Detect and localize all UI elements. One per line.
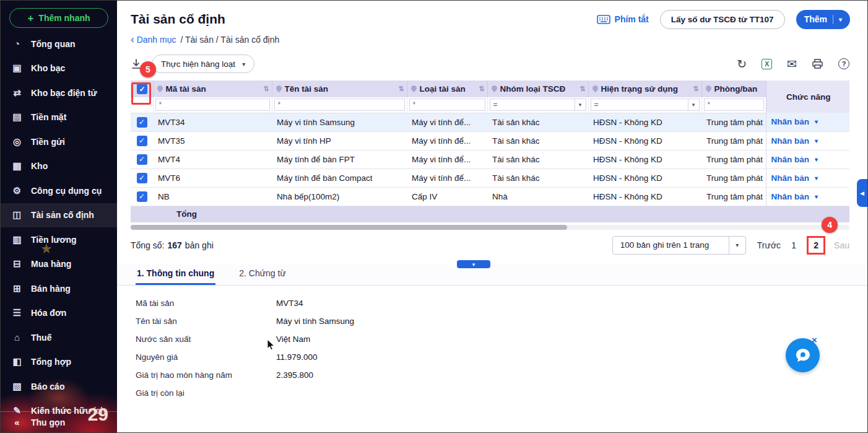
chevron-down-icon: ▾: [815, 118, 818, 125]
chevron-down-icon: ▾: [242, 61, 245, 68]
help-button[interactable]: ?: [838, 58, 849, 69]
row-action-dropdown[interactable]: Nhân bản▾: [771, 136, 818, 146]
collapse-icon: «: [11, 417, 23, 427]
scrollbar-thumb[interactable]: [131, 225, 567, 230]
sort-icon[interactable]: ⇅: [398, 85, 404, 93]
field-ten-tai-san: Tên tài sảnMáy vi tính Samsung: [136, 312, 868, 330]
table-row[interactable]: ✓ MVT4 Máy tính để bàn FPT Máy vi tính đ…: [131, 150, 849, 168]
filter-input-phong-ban[interactable]: [704, 98, 764, 111]
page-1-button[interactable]: 1: [789, 240, 798, 250]
sort-icon[interactable]: ⇅: [693, 85, 698, 93]
sidebar-item-tong-hop[interactable]: ◧Tổng hợp: [1, 350, 117, 375]
chevron-down-icon: ▾: [472, 261, 475, 268]
page-size-select[interactable]: 100 bản ghi trên 1 trang ▾: [612, 236, 746, 255]
filter-dropdown-nhom-loai[interactable]: =▾: [490, 98, 586, 111]
breadcrumb: ‹ Danh mục / Tài sản / Tài sản cố định: [117, 29, 868, 45]
sidebar-item-hoa-don[interactable]: ☰Hóa đơn: [1, 301, 117, 326]
side-panel-toggle[interactable]: ◀: [857, 179, 867, 207]
column-header-loai-tai-san[interactable]: Loại tài sản⇅: [407, 81, 487, 97]
export-excel-button[interactable]: X: [762, 59, 772, 69]
quick-add-button[interactable]: + Thêm nhanh: [9, 8, 108, 28]
add-button[interactable]: Thêm ▾: [796, 10, 850, 29]
page-header: Tài sản cố định Phím tắt Lấy số dư TSCĐ …: [117, 1, 868, 29]
row-checkbox[interactable]: ✓: [137, 154, 147, 165]
table-row[interactable]: ✓ MVT35 Máy vi tính HP Máy vi tính để...…: [131, 131, 849, 150]
print-button[interactable]: [812, 58, 823, 69]
prev-page-button[interactable]: Trước: [757, 240, 781, 250]
column-header-ma-tai-san[interactable]: Mã tài sản⇅: [153, 81, 272, 97]
chevron-down-icon[interactable]: ▾: [575, 99, 586, 110]
column-header-phong-ban[interactable]: Phòng/ban: [701, 81, 766, 97]
sidebar-item-tien-luong[interactable]: ▥Tiền lương: [1, 227, 117, 252]
filter-loai-tai-san: [407, 97, 487, 113]
sort-icon[interactable]: ⇅: [263, 85, 269, 93]
sidebar-item-tien-mat[interactable]: ▤Tiền mặt: [1, 105, 117, 130]
tab-thong-tin-chung[interactable]: 1. Thông tin chung: [136, 265, 215, 285]
pin-icon: [411, 85, 417, 92]
sidebar-item-ban-hang[interactable]: ⊞Bán hàng: [1, 276, 117, 301]
chat-close-icon[interactable]: ×: [812, 335, 817, 344]
list-footer: Tổng số: 167 bản ghi 100 bản ghi trên 1 …: [131, 235, 849, 255]
purchasing-icon: ⊟: [11, 258, 23, 269]
column-header-ten-tai-san[interactable]: Tên tài sản⇅: [272, 81, 407, 97]
get-tscd-balance-button[interactable]: Lấy số dư TSCĐ từ TT107: [660, 10, 785, 29]
row-action-dropdown[interactable]: Nhân bản▾: [771, 155, 818, 164]
sidebar-item-kho-bac[interactable]: ▣Kho bạc: [1, 56, 117, 81]
breadcrumb-back-link[interactable]: ‹ Danh mục: [131, 34, 176, 45]
sidebar-item-kho[interactable]: ▦Kho: [1, 154, 117, 179]
pin-icon: [706, 85, 711, 92]
sidebar-collapse-button[interactable]: « Thu gọn: [1, 411, 117, 432]
shortcut-button[interactable]: Phím tắt: [597, 14, 649, 24]
row-action-dropdown[interactable]: Nhân bản▾: [771, 173, 818, 183]
row-action-dropdown[interactable]: Nhân bản▾: [771, 192, 818, 201]
refresh-button[interactable]: ↻: [737, 58, 747, 70]
sidebar-item-thue[interactable]: ⌂Thuế: [1, 325, 117, 350]
sidebar-item-bao-cao[interactable]: ▧Báo cáo: [1, 374, 117, 399]
filter-input-ma-tai-san[interactable]: [155, 98, 270, 111]
sidebar-item-tong-quan[interactable]: ◔Tổng quan: [1, 32, 117, 56]
tab-chung-tu[interactable]: 2. Chứng từ: [238, 265, 287, 285]
row-checkbox[interactable]: ✓: [137, 173, 147, 183]
filter-input-loai-tai-san[interactable]: [409, 98, 485, 111]
filter-hien-trang: =▾: [588, 97, 701, 113]
main-content: Tài sản cố định Phím tắt Lấy số dư TSCĐ …: [117, 1, 868, 432]
select-all-checkbox[interactable]: ✓: [137, 84, 147, 94]
sort-icon[interactable]: ⇅: [579, 85, 585, 93]
column-header-hien-trang-su-dung[interactable]: Hiện trạng sử dụng⇅: [588, 81, 701, 97]
tax-icon: ⌂: [11, 332, 23, 343]
row-action-dropdown[interactable]: Nhân bản▾: [771, 117, 818, 126]
sidebar: + Thêm nhanh ◔Tổng quan ▣Kho bạc ⇄Kho bạ…: [1, 1, 117, 432]
email-button[interactable]: ✉: [787, 58, 797, 70]
pin-icon: [276, 85, 282, 92]
sidebar-item-kho-bac-dien-tu[interactable]: ⇄Kho bạc điện tử: [1, 81, 117, 105]
filter-ma-tai-san: [153, 97, 272, 113]
sidebar-item-cong-cu-dung-cu[interactable]: ⚙Công cụ dụng cụ: [1, 178, 117, 203]
tools-icon: ⚙: [11, 185, 23, 196]
row-checkbox[interactable]: ✓: [137, 136, 147, 146]
general-ledger-icon: ◧: [11, 356, 23, 367]
table-row[interactable]: ✓ MVT34 Máy vi tính Samsung Máy vi tính …: [131, 113, 849, 131]
quick-add-label: Thêm nhanh: [38, 13, 90, 23]
next-page-button[interactable]: Sau: [834, 240, 849, 250]
sidebar-item-mua-hang[interactable]: ⊟Mua hàng: [1, 252, 117, 277]
filter-dropdown-hien-trang[interactable]: =▾: [591, 98, 700, 111]
sort-icon[interactable]: ⇅: [479, 85, 484, 93]
table-row[interactable]: ✓ NB Nhà bếp(100m2) Cấp IV Nhà HĐSN - Kh…: [131, 187, 849, 206]
mail-icon: ✉: [787, 58, 797, 70]
horizontal-scrollbar[interactable]: [131, 225, 849, 230]
chevron-down-icon: ▾: [815, 156, 818, 163]
bulk-action-dropdown[interactable]: Thực hiện hàng loạt ▾: [152, 55, 254, 73]
filter-input-ten-tai-san[interactable]: [274, 98, 405, 111]
refresh-icon: ↻: [737, 58, 747, 70]
page-2-button[interactable]: 2 4: [807, 236, 825, 255]
sidebar-item-tien-gui[interactable]: ◎Tiền gửi: [1, 129, 117, 154]
row-checkbox[interactable]: ✓: [137, 191, 147, 202]
column-header-nhom-loai-tscd[interactable]: Nhóm loại TSCĐ⇅: [487, 81, 588, 97]
detail-fields: Mã tài sảnMVT34 Tên tài sảnMáy vi tính S…: [136, 294, 868, 402]
row-checkbox[interactable]: ✓: [137, 117, 147, 128]
sidebar-item-tai-san-co-dinh[interactable]: ◫Tài sản cố định: [1, 203, 117, 228]
table-row[interactable]: ✓ MVT6 Máy tính để bàn Compact Máy vi tí…: [131, 168, 849, 187]
panel-collapse-button[interactable]: ▾: [457, 260, 490, 268]
chevron-down-icon[interactable]: ▾: [688, 99, 699, 110]
page-title: Tài sản cố định: [131, 12, 225, 27]
